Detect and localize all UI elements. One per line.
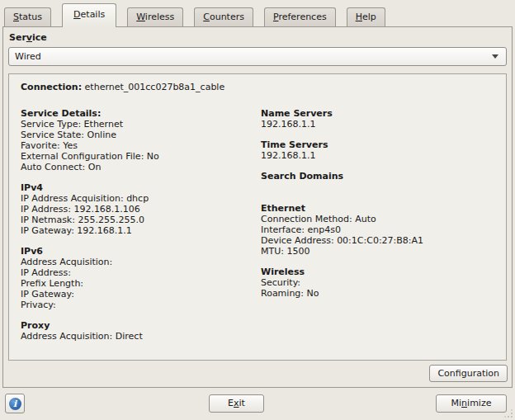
section-title: IPv6 bbox=[21, 246, 261, 257]
section-ipv4: IPv4 IP Address Acquisition: dhcp IP Add… bbox=[21, 182, 261, 236]
details-left-column: Service Details: Service Type: Ethernet … bbox=[21, 108, 261, 352]
detail-line: Device Address: 00:1C:C0:27:B8:A1 bbox=[261, 235, 494, 246]
detail-line: Prefix Length: bbox=[21, 278, 261, 289]
detail-line: IP Gateway: bbox=[21, 289, 261, 300]
section-title: Ethernet bbox=[261, 203, 494, 214]
detail-line: IP Address Acquisition: dhcp bbox=[21, 193, 261, 204]
section-wireless: Wireless Security: Roaming: No bbox=[261, 267, 494, 299]
section-title: Name Servers bbox=[261, 108, 494, 119]
connection-value: ethernet_001cc027b8a1_cable bbox=[85, 82, 225, 92]
detail-line: 192.168.1.1 bbox=[261, 150, 494, 161]
connman-settings-window: Status Details Wireless Counters Prefere… bbox=[0, 0, 515, 420]
section-service-details: Service Details: Service Type: Ethernet … bbox=[21, 108, 261, 172]
detail-line: IP Gateway: 192.168.1.1 bbox=[21, 225, 261, 236]
section-title: Time Servers bbox=[261, 139, 494, 150]
section-title: Wireless bbox=[261, 267, 494, 277]
detail-line: 192.168.1.1 bbox=[261, 119, 494, 130]
section-proxy: Proxy Address Acquisition: Direct bbox=[21, 320, 261, 342]
exit-button[interactable]: Exit bbox=[209, 394, 264, 413]
tab-preferences[interactable]: Preferences bbox=[264, 7, 336, 26]
configuration-button[interactable]: Configuration bbox=[429, 365, 508, 382]
connection-label: Connection: bbox=[21, 82, 82, 92]
detail-line: IP Netmask: 255.255.255.0 bbox=[21, 215, 261, 225]
service-details-panel: Connection: ethernet_001cc027b8a1_cable … bbox=[8, 73, 507, 361]
tab-help[interactable]: Help bbox=[347, 7, 385, 26]
detail-line: Favorite: Yes bbox=[21, 140, 261, 151]
detail-line: Service State: Online bbox=[21, 130, 261, 140]
connection-line: Connection: ethernet_001cc027b8a1_cable bbox=[21, 82, 494, 92]
detail-line: Service Type: Ethernet bbox=[21, 119, 261, 130]
service-label: Service bbox=[9, 32, 47, 43]
section-title: Service Details: bbox=[21, 108, 261, 119]
tab-status[interactable]: Status bbox=[4, 7, 51, 26]
section-search-domains: Search Domains bbox=[261, 171, 494, 182]
section-title: IPv4 bbox=[21, 182, 261, 193]
section-ipv6: IPv6 Address Acquisition: IP Address: Pr… bbox=[21, 246, 261, 310]
detail-line: IP Address: bbox=[21, 267, 261, 278]
service-combobox-value: Wired bbox=[15, 51, 492, 62]
info-icon: i bbox=[9, 398, 21, 410]
tab-bar: Status Details Wireless Counters Prefere… bbox=[4, 3, 396, 27]
chevron-down-icon bbox=[492, 54, 498, 59]
tab-counters[interactable]: Counters bbox=[194, 7, 253, 26]
detail-line: Roaming: No bbox=[261, 288, 494, 299]
detail-line: Privacy: bbox=[21, 300, 261, 310]
section-ethernet: Ethernet Connection Method: Auto Interfa… bbox=[261, 203, 494, 257]
detail-line: MTU: 1500 bbox=[261, 246, 494, 257]
section-name-servers: Name Servers 192.168.1.1 bbox=[261, 108, 494, 130]
detail-line: Interface: enp4s0 bbox=[261, 224, 494, 235]
detail-line: Auto Connect: On bbox=[21, 162, 261, 172]
tab-details[interactable]: Details bbox=[62, 3, 116, 27]
detail-line: External Configuration File: No bbox=[21, 151, 261, 162]
section-title: Proxy bbox=[21, 320, 261, 331]
detail-line: Address Acquisition: bbox=[21, 257, 261, 267]
detail-line: IP Address: 192.168.1.106 bbox=[21, 204, 261, 215]
section-title: Search Domains bbox=[261, 171, 494, 182]
service-combobox[interactable]: Wired bbox=[8, 47, 507, 66]
resize-grip[interactable] bbox=[503, 408, 513, 418]
section-time-servers: Time Servers 192.168.1.1 bbox=[261, 139, 494, 161]
detail-line: Connection Method: Auto bbox=[261, 214, 494, 224]
minimize-button[interactable]: Minimize bbox=[436, 394, 507, 413]
details-right-column: Name Servers 192.168.1.1 Time Servers 19… bbox=[261, 108, 494, 352]
info-button[interactable]: i bbox=[5, 394, 25, 413]
tab-wireless[interactable]: Wireless bbox=[127, 7, 183, 26]
detail-line: Security: bbox=[261, 277, 494, 288]
detail-line: Address Acquisition: Direct bbox=[21, 331, 261, 342]
